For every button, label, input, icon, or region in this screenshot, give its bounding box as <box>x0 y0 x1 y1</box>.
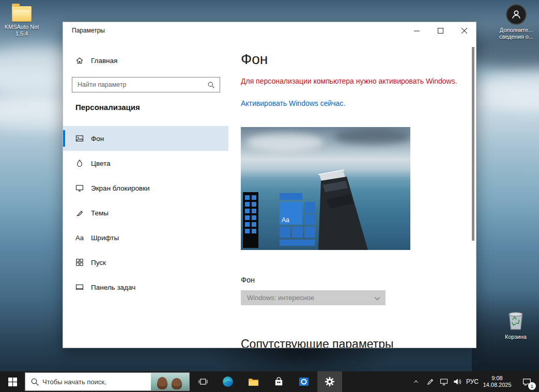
image-icon <box>75 134 84 143</box>
desktop-icon-recycle-bin[interactable]: Корзина <box>496 308 535 340</box>
sidebar-section-title: Персонализация <box>75 103 140 112</box>
sidebar-item-label: Цвета <box>91 160 111 167</box>
edge-button[interactable] <box>216 371 240 392</box>
pier-graphic <box>241 127 410 250</box>
speaker-icon <box>453 377 462 386</box>
monitor-lock-icon <box>75 184 84 192</box>
language-label: РУС <box>466 378 479 385</box>
desktop-icon-label: сведения о... <box>497 34 536 40</box>
network-button[interactable] <box>437 371 451 392</box>
preview-tile <box>304 202 315 213</box>
background-dropdown: Windows: интересное <box>241 290 386 305</box>
home-icon <box>75 56 84 65</box>
droplet-icon <box>75 159 84 167</box>
volume-button[interactable] <box>451 371 464 392</box>
settings-sidebar: Главная Персонализация <box>63 39 228 348</box>
settings-window: Параметры Главн <box>63 22 476 348</box>
sidebar-item-colors[interactable]: Цвета <box>63 151 228 176</box>
vertical-scrollbar[interactable] <box>472 47 474 241</box>
network-icon <box>439 377 449 386</box>
file-explorer-button[interactable] <box>241 371 265 392</box>
brush-icon <box>75 209 84 217</box>
sidebar-item-label: Фон <box>91 135 104 143</box>
sidebar-nav-list: Фон Цвета Экран бл <box>63 126 228 300</box>
activate-windows-link[interactable]: Активировать Windows сейчас. <box>241 99 345 107</box>
sidebar-item-label: Шрифты <box>91 234 119 242</box>
desktop-icon-info[interactable]: Дополните... сведения о... <box>497 4 536 40</box>
clock[interactable]: 9:08 14.08.2025 <box>482 371 513 392</box>
dropdown-selected-value: Windows: интересное <box>247 294 374 302</box>
window-title: Параметры <box>72 27 105 34</box>
taskbar-icon <box>75 283 84 291</box>
notification-badge: 1 <box>528 382 536 390</box>
desktop-icon-label: KMSAuto Net <box>2 24 41 30</box>
folder-icon <box>248 376 259 388</box>
task-view-button[interactable] <box>192 371 214 392</box>
window-titlebar[interactable]: Параметры <box>63 22 476 39</box>
desktop: KMSAuto Net 1.5.4 Дополните... сведения … <box>0 0 539 392</box>
settings-content: Фон Для персонализации компьютера нужно … <box>241 39 476 348</box>
background-dropdown-label: Фон <box>241 276 255 284</box>
fonts-icon: Aa <box>75 233 84 242</box>
sidebar-item-lock-screen[interactable]: Экран блокировки <box>63 176 228 200</box>
background-preview-image: Aa <box>241 127 410 250</box>
folder-icon <box>12 6 32 22</box>
sidebar-home-label: Главная <box>91 57 117 65</box>
mail-button[interactable] <box>292 371 316 392</box>
start-button[interactable] <box>0 371 25 392</box>
recycle-bin-icon <box>505 308 527 332</box>
search-icon <box>207 81 215 89</box>
person-icon <box>506 4 527 25</box>
store-bag-icon <box>273 377 284 387</box>
sidebar-item-background[interactable]: Фон <box>63 126 228 151</box>
sidebar-item-start[interactable]: Пуск <box>63 250 228 275</box>
minimize-button[interactable] <box>405 22 428 39</box>
tiles-grid-icon <box>75 258 84 266</box>
language-indicator[interactable]: РУС <box>463 371 482 392</box>
preview-tile <box>280 193 302 200</box>
tray-expand-button[interactable] <box>409 371 423 392</box>
taskbar-search-box[interactable] <box>25 372 190 391</box>
taskbar-search-input[interactable] <box>42 378 151 386</box>
sidebar-item-label: Пуск <box>91 259 106 266</box>
preview-tile <box>280 240 315 246</box>
desktop-icon-label: Дополните... <box>497 27 536 34</box>
preview-start-rail <box>243 192 258 248</box>
preview-tile <box>292 227 303 238</box>
clock-date: 14.08.2025 <box>483 382 511 388</box>
preview-tile-aa: Aa <box>280 202 302 225</box>
outlook-icon <box>298 376 310 387</box>
activation-warning-text: Для персонализации компьютера нужно акти… <box>241 77 463 85</box>
chevron-up-icon <box>412 378 420 385</box>
settings-search-box[interactable] <box>72 77 220 92</box>
sidebar-item-label: Темы <box>91 209 109 217</box>
maximize-button[interactable] <box>428 22 452 39</box>
store-button[interactable] <box>267 371 290 392</box>
window-controls <box>405 22 476 39</box>
sidebar-item-label: Панель задач <box>91 284 135 291</box>
sidebar-item-home[interactable]: Главная <box>63 51 228 70</box>
desktop-icon-label: Корзина <box>496 334 535 340</box>
settings-search-input[interactable] <box>72 81 207 88</box>
related-settings-title: Сопутствующие параметры <box>241 337 394 348</box>
desktop-icon-label: 1.5.4 <box>2 30 41 37</box>
preview-tile <box>280 227 290 238</box>
tray-pen-button[interactable] <box>424 371 437 392</box>
gear-icon <box>324 376 335 387</box>
sidebar-item-taskbar[interactable]: Панель задач <box>63 275 228 300</box>
sidebar-item-themes[interactable]: Темы <box>63 200 228 225</box>
preview-tile <box>304 227 315 238</box>
chevron-down-icon <box>374 293 380 303</box>
search-highlight-image[interactable] <box>151 373 189 390</box>
sidebar-item-fonts[interactable]: Aa Шрифты <box>63 225 228 250</box>
settings-taskbar-button[interactable] <box>317 371 342 392</box>
action-center-button[interactable]: 1 <box>516 371 537 392</box>
taskbar: РУС 9:08 14.08.2025 1 <box>0 371 539 392</box>
close-button[interactable] <box>452 22 476 39</box>
desktop-icon-kmsauto[interactable]: KMSAuto Net 1.5.4 <box>2 6 41 37</box>
windows-logo-icon <box>8 378 17 386</box>
task-view-icon <box>198 377 208 387</box>
search-icon <box>30 378 39 386</box>
pen-icon <box>426 378 435 386</box>
cloud-shape <box>475 72 539 108</box>
